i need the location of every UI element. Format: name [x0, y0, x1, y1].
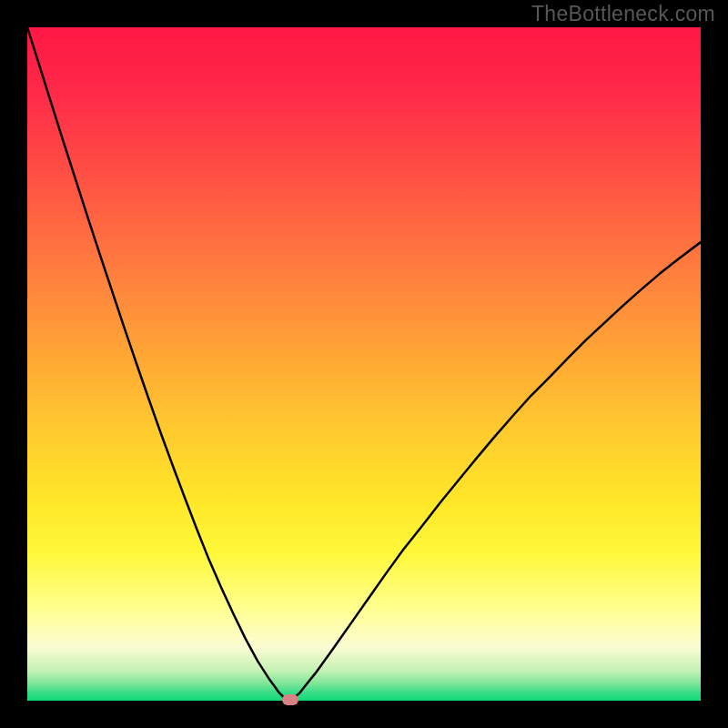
plot-area [27, 27, 701, 701]
bottleneck-curve [27, 27, 701, 701]
chart-frame: TheBottleneck.com [0, 0, 728, 728]
watermark-text: TheBottleneck.com [531, 2, 715, 26]
optimal-point-marker [282, 694, 298, 705]
